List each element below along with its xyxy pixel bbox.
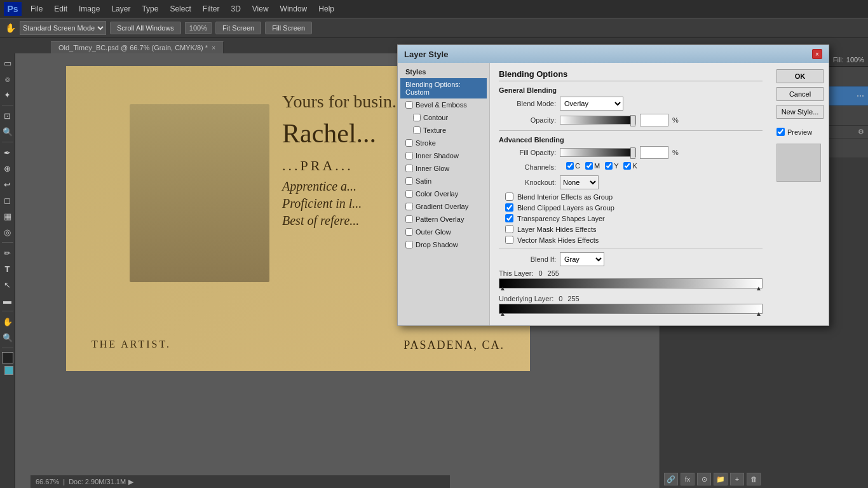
menu-filter[interactable]: Filter	[198, 3, 225, 15]
outer-glow-checkbox[interactable]	[405, 228, 413, 236]
crop-tool[interactable]: ⊡	[1, 109, 15, 123]
menu-3d[interactable]: 3D	[226, 3, 245, 15]
this-layer-right-arrow[interactable]: ▲	[756, 285, 762, 292]
knockout-select[interactable]: None Shallow Deep	[560, 175, 599, 189]
ok-button[interactable]: OK	[776, 69, 824, 83]
menu-edit[interactable]: Edit	[49, 3, 72, 15]
preview-checkbox[interactable]	[776, 128, 785, 136]
layer-fx-btn[interactable]: fx	[681, 473, 695, 485]
layer-delete-btn[interactable]: 🗑	[747, 473, 761, 485]
channel-c-checkbox[interactable]	[566, 162, 574, 170]
menu-type[interactable]: Type	[137, 3, 163, 15]
menu-layer[interactable]: Layer	[106, 3, 135, 15]
stroke-checkbox[interactable]	[405, 139, 413, 147]
blend-clipped-checkbox[interactable]	[505, 203, 513, 212]
view-mode-select[interactable]: Standard Screen Mode	[20, 21, 106, 35]
inner-shadow-checkbox[interactable]	[405, 152, 413, 159]
blend-if-select[interactable]: Gray Red Green Blue	[560, 252, 604, 266]
color-overlay-checkbox[interactable]	[405, 190, 413, 198]
menu-file[interactable]: File	[25, 3, 48, 15]
style-item-inner-shadow[interactable]: Inner Shadow	[400, 149, 487, 162]
eraser-tool[interactable]: ◻	[1, 193, 15, 207]
new-style-button[interactable]: New Style...	[776, 105, 824, 119]
opacity-thumb[interactable]	[630, 115, 635, 126]
menu-help[interactable]: Help	[313, 3, 339, 15]
brush-tool[interactable]: ✒	[1, 146, 15, 159]
scroll-all-windows-button[interactable]: Scroll All Windows	[110, 22, 181, 34]
nav-arrow[interactable]: ▶	[128, 478, 133, 486]
channel-k-checkbox[interactable]	[623, 162, 631, 170]
drop-shadow-checkbox[interactable]	[405, 241, 413, 248]
zoom-tool[interactable]: 🔍	[1, 330, 15, 344]
style-item-satin[interactable]: Satin	[400, 175, 487, 187]
style-item-styles[interactable]: Styles	[400, 65, 487, 78]
text-tool[interactable]: T	[1, 262, 15, 276]
layer-new-btn[interactable]: +	[730, 473, 744, 485]
style-item-gradient-overlay[interactable]: Gradient Overlay	[400, 200, 487, 213]
marquee-tool[interactable]: ▭	[1, 56, 15, 70]
fill-screen-button[interactable]: Fill Screen	[265, 22, 312, 34]
this-layer-slider[interactable]: ▲ ▲	[499, 278, 763, 288]
fill-opacity-thumb[interactable]	[630, 147, 635, 159]
layer-group-btn[interactable]: 📁	[714, 473, 728, 485]
underlying-layer-left-arrow[interactable]: ▲	[499, 310, 506, 317]
shape-tool[interactable]: ▬	[1, 294, 15, 308]
cancel-button[interactable]: Cancel	[776, 87, 824, 101]
pattern-overlay-checkbox[interactable]	[405, 215, 413, 223]
contour-checkbox[interactable]	[413, 114, 421, 121]
layer-link-btn[interactable]: 🔗	[664, 473, 678, 485]
dialog-close-button[interactable]: ×	[812, 49, 822, 59]
gradient-tool[interactable]: ▦	[1, 209, 15, 223]
style-item-pattern-overlay[interactable]: Pattern Overlay	[400, 213, 487, 226]
satin-checkbox[interactable]	[405, 177, 413, 185]
layer-options-grain[interactable]: ⋯	[857, 92, 864, 100]
doc-tab-close[interactable]: ×	[212, 44, 215, 51]
hand-tool[interactable]: ✋	[1, 315, 15, 329]
eyedropper-tool[interactable]: 🔍	[1, 125, 15, 139]
style-item-inner-glow[interactable]: Inner Glow	[400, 162, 487, 175]
inner-glow-checkbox[interactable]	[405, 165, 413, 172]
clone-tool[interactable]: ⊕	[1, 161, 15, 175]
bevel-emboss-checkbox[interactable]	[405, 101, 413, 109]
transparency-shapes-checkbox[interactable]	[505, 214, 513, 222]
underlying-layer-slider[interactable]: ▲ ▲	[499, 304, 763, 314]
texture-checkbox[interactable]	[413, 126, 421, 134]
blend-interior-checkbox[interactable]	[505, 193, 513, 201]
pen-tool[interactable]: ✏	[1, 246, 15, 260]
style-item-blending-options[interactable]: Blending Options: Custom	[400, 78, 487, 98]
vector-mask-hides-checkbox[interactable]	[505, 236, 513, 244]
channel-y-checkbox[interactable]	[605, 162, 613, 170]
blur-tool[interactable]: ◎	[1, 225, 15, 239]
style-item-texture[interactable]: Texture	[400, 124, 487, 137]
style-item-drop-shadow[interactable]: Drop Shadow	[400, 238, 487, 251]
style-item-color-overlay[interactable]: Color Overlay	[400, 187, 487, 200]
gradient-overlay-checkbox[interactable]	[405, 203, 413, 210]
channel-m-checkbox[interactable]	[585, 162, 593, 170]
opacity-slider[interactable]	[560, 116, 636, 125]
fit-screen-button[interactable]: Fit Screen	[215, 22, 261, 34]
layer-options-add-noise[interactable]: ⚙	[858, 128, 864, 136]
fill-opacity-slider[interactable]	[560, 148, 636, 157]
menu-select[interactable]: Select	[165, 3, 196, 15]
background-color[interactable]	[4, 366, 13, 375]
foreground-color[interactable]	[2, 352, 13, 363]
layer-mask-hides-checkbox[interactable]	[505, 225, 513, 233]
style-item-contour[interactable]: Contour	[400, 111, 487, 124]
style-item-stroke[interactable]: Stroke	[400, 137, 487, 149]
document-tab[interactable]: Old_Timey_BC.psd @ 66.7% (Grain, CMYK/8)…	[51, 41, 224, 53]
menu-window[interactable]: Window	[275, 3, 313, 15]
underlying-layer-right-arrow[interactable]: ▲	[756, 310, 762, 317]
path-selection-tool[interactable]: ↖	[1, 278, 15, 292]
opacity-input[interactable]: 100	[640, 114, 668, 126]
magic-wand-tool[interactable]: ✦	[1, 88, 15, 102]
lasso-tool[interactable]: ⌾	[1, 72, 15, 86]
menu-view[interactable]: View	[247, 3, 274, 15]
style-item-outer-glow[interactable]: Outer Glow	[400, 226, 487, 238]
menu-image[interactable]: Image	[74, 3, 105, 15]
fill-opacity-input[interactable]: 100	[640, 146, 668, 159]
layer-mask-btn[interactable]: ⊙	[697, 473, 711, 485]
style-item-bevel-emboss[interactable]: Bevel & Emboss	[400, 98, 487, 111]
blend-mode-select[interactable]: Overlay Normal Multiply Screen	[560, 97, 623, 111]
this-layer-left-arrow[interactable]: ▲	[499, 285, 506, 292]
history-brush-tool[interactable]: ↩	[1, 177, 15, 191]
